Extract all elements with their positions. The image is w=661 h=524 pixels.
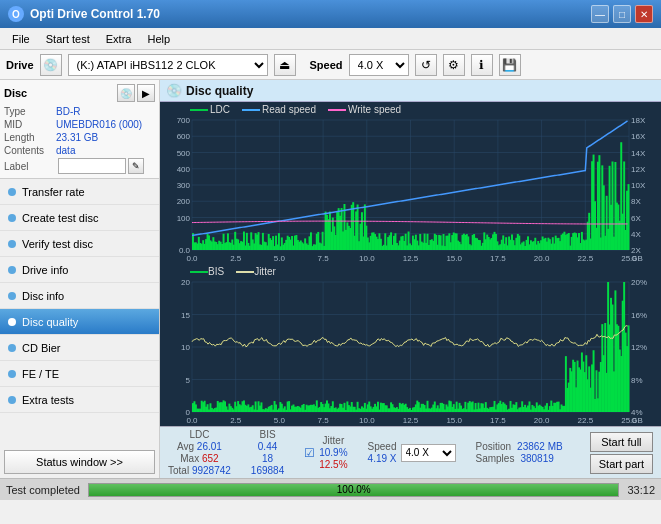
nav-fe-te[interactable]: FE / TE: [0, 361, 159, 387]
label-input[interactable]: [58, 158, 126, 174]
app-title: Opti Drive Control 1.70: [30, 7, 160, 21]
drive-select[interactable]: (K:) ATAPI iHBS112 2 CLOK: [68, 54, 268, 76]
samples-key: Samples: [476, 453, 515, 464]
save-button[interactable]: 💾: [499, 54, 521, 76]
speed-stat-select[interactable]: 4.0 X: [401, 444, 456, 462]
maximize-button[interactable]: □: [613, 5, 631, 23]
nav-dot: [8, 188, 16, 196]
bis-stats: BIS 0.44 18 169884: [251, 429, 284, 476]
nav-disc-info[interactable]: Disc info: [0, 283, 159, 309]
jitter-stats: Jitter 10.9% 12.5%: [319, 435, 347, 470]
menu-help[interactable]: Help: [139, 31, 178, 47]
minimize-button[interactable]: —: [591, 5, 609, 23]
disc-quality-header: 💿 Disc quality: [160, 80, 661, 102]
speed-section: Speed 4.19 X 4.0 X: [368, 441, 456, 464]
drive-disc-icon: 💿: [40, 54, 62, 76]
refresh-button[interactable]: ↺: [415, 54, 437, 76]
disc-icon-1[interactable]: 💿: [117, 84, 135, 102]
disc-info-icon-btn[interactable]: ℹ: [471, 54, 493, 76]
nav-disc-info-label: Disc info: [22, 290, 64, 302]
nav-verify-test-disc-label: Verify test disc: [22, 238, 93, 250]
stats-bar: LDC Avg 26.01 Max 652 Total 9928742 BIS …: [160, 426, 661, 478]
window-controls: — □ ✕: [591, 5, 653, 23]
jitter-max: 12.5%: [319, 459, 347, 470]
speed-label: Speed: [310, 59, 343, 71]
settings-button[interactable]: ⚙: [443, 54, 465, 76]
label-edit-button[interactable]: ✎: [128, 158, 144, 174]
type-key: Type: [4, 106, 56, 117]
bottom-bar: Test completed 100.0% 33:12: [0, 478, 661, 500]
nav-dot: [8, 344, 16, 352]
drive-toolbar: Drive 💿 (K:) ATAPI iHBS112 2 CLOK ⏏ Spee…: [0, 50, 661, 80]
progress-bar: 100.0%: [88, 483, 619, 497]
chart-legend-bottom: BIS Jitter: [190, 266, 276, 277]
bis-max: 18: [251, 453, 284, 464]
status-text: Test completed: [6, 484, 80, 496]
ldc-header: LDC: [168, 429, 231, 440]
title-bar: O Opti Drive Control 1.70 — □ ✕: [0, 0, 661, 28]
start-full-button[interactable]: Start full: [590, 432, 653, 452]
nav-create-test-disc[interactable]: Create test disc: [0, 205, 159, 231]
nav-verify-test-disc[interactable]: Verify test disc: [0, 231, 159, 257]
position-section: Position 23862 MB Samples 380819: [476, 441, 563, 464]
bottom-chart: BIS Jitter: [160, 264, 661, 426]
nav-dot: [8, 240, 16, 248]
nav-transfer-rate[interactable]: Transfer rate: [0, 179, 159, 205]
start-part-button[interactable]: Start part: [590, 454, 653, 474]
bis-avg: 0.44: [251, 441, 284, 452]
nav-disc-quality[interactable]: Disc quality: [0, 309, 159, 335]
ldc-stats: LDC Avg 26.01 Max 652 Total 9928742: [168, 429, 231, 476]
menu-file[interactable]: File: [4, 31, 38, 47]
nav-drive-info-label: Drive info: [22, 264, 68, 276]
speed-select[interactable]: 4.0 X: [349, 54, 409, 76]
length-value: 23.31 GB: [56, 132, 98, 143]
samples-value: 380819: [520, 453, 553, 464]
nav-dot: [8, 370, 16, 378]
mid-value: UMEBDR016 (000): [56, 119, 142, 130]
chart-legend-top: LDC Read speed Write speed: [190, 104, 401, 115]
content-area: 💿 Disc quality LDC Read speed Write spee…: [160, 80, 661, 478]
contents-value: data: [56, 145, 75, 156]
nav-cd-bier[interactable]: CD Bier: [0, 335, 159, 361]
eject-button[interactable]: ⏏: [274, 54, 296, 76]
status-window-button[interactable]: Status window >>: [4, 450, 155, 474]
nav-dot: [8, 266, 16, 274]
length-key: Length: [4, 132, 56, 143]
nav-extra-tests[interactable]: Extra tests: [0, 387, 159, 413]
menu-start-test[interactable]: Start test: [38, 31, 98, 47]
disc-panel: Disc 💿 ▶ Type BD-R MID UMEBDR016 (000) L…: [0, 80, 159, 179]
menu-bar: File Start test Extra Help: [0, 28, 661, 50]
sidebar: Disc 💿 ▶ Type BD-R MID UMEBDR016 (000) L…: [0, 80, 160, 478]
action-buttons: Start full Start part: [590, 432, 653, 474]
nav-dot: [8, 396, 16, 404]
nav-drive-info[interactable]: Drive info: [0, 257, 159, 283]
ldc-total: Total 9928742: [168, 465, 231, 476]
nav-items: Transfer rate Create test disc Verify te…: [0, 179, 159, 446]
charts-container: LDC Read speed Write speed BIS Jitter: [160, 102, 661, 426]
type-value: BD-R: [56, 106, 80, 117]
top-chart: LDC Read speed Write speed: [160, 102, 661, 264]
disc-icon-2[interactable]: ▶: [137, 84, 155, 102]
ldc-max: Max 652: [168, 453, 231, 464]
disc-quality-icon: 💿: [166, 83, 182, 98]
nav-dot: [8, 318, 16, 326]
disc-quality-title: Disc quality: [186, 84, 253, 98]
nav-dot: [8, 292, 16, 300]
jitter-avg: 10.9%: [319, 447, 347, 458]
jitter-checkbox-icon[interactable]: ☑: [304, 446, 315, 460]
ldc-avg: Avg 26.01: [168, 441, 231, 452]
close-button[interactable]: ✕: [635, 5, 653, 23]
time-text: 33:12: [627, 484, 655, 496]
app-icon: O: [8, 6, 24, 22]
nav-create-test-disc-label: Create test disc: [22, 212, 98, 224]
contents-key: Contents: [4, 145, 56, 156]
position-key: Position: [476, 441, 512, 452]
nav-fe-te-label: FE / TE: [22, 368, 59, 380]
speed-stat-label: Speed: [368, 441, 397, 452]
nav-disc-quality-label: Disc quality: [22, 316, 78, 328]
label-key: Label: [4, 161, 56, 172]
nav-extra-tests-label: Extra tests: [22, 394, 74, 406]
mid-key: MID: [4, 119, 56, 130]
menu-extra[interactable]: Extra: [98, 31, 140, 47]
speed-stat-val: 4.19 X: [368, 453, 397, 464]
